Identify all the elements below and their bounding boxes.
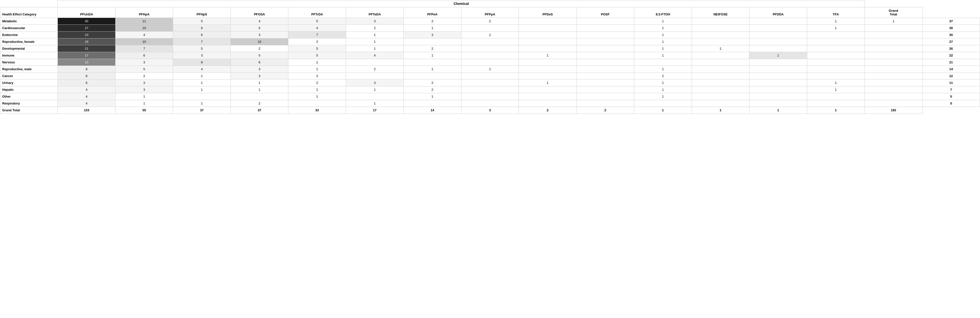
cell-8-11 (692, 73, 749, 80)
cell-6-13 (807, 59, 864, 66)
data-row: Nervous13386121 (0, 59, 980, 66)
cell-4-14 (865, 45, 922, 52)
data-row: Urinary631123211111 (0, 80, 980, 86)
cell-9-8: 1 (519, 80, 576, 86)
cell-9-5: 3 (346, 80, 403, 86)
cell-grandtotal-5: 17 (346, 107, 403, 114)
cell-2-2: 6 (173, 32, 231, 38)
cell-0-15: 37 (922, 18, 980, 25)
cell-12-5: 1 (346, 100, 403, 107)
cell-grandtotal-7: 3 (461, 107, 519, 114)
cell-11-11 (692, 93, 749, 100)
cell-12-9 (576, 100, 634, 107)
col-header-pfdes: PFDeS (519, 7, 576, 18)
cell-8-3: 3 (231, 73, 288, 80)
cell-4-6: 2 (404, 45, 461, 52)
cell-12-7 (461, 100, 519, 107)
cell-4-2: 5 (173, 45, 231, 52)
cell-1-5: 2 (346, 25, 403, 32)
cell-11-6: 1 (404, 93, 461, 100)
cell-0-2: 5 (173, 18, 231, 25)
cell-0-14: 1 (865, 18, 922, 25)
chemical-super-header: Chemical (58, 0, 865, 7)
cell-2-6: 3 (404, 32, 461, 38)
cell-6-4: 1 (288, 59, 346, 66)
cell-grandtotal-4: 33 (288, 107, 346, 114)
cell-11-2 (173, 93, 231, 100)
cell-2-15: 30 (922, 32, 980, 38)
cell-2-10: 1 (634, 32, 692, 38)
cell-4-8 (519, 45, 576, 52)
col-header-pftrda: PFTrDA (288, 7, 346, 18)
cell-5-15: 22 (922, 52, 980, 59)
main-container: Chemical Health Effect Category PFUnDAPF… (0, 0, 980, 114)
cell-0-1: 11 (115, 18, 173, 25)
cell-7-2: 4 (173, 66, 231, 73)
cell-12-3: 2 (231, 100, 288, 107)
cell-6-10 (634, 59, 692, 66)
cell-1-15: 30 (922, 25, 980, 32)
cell-6-11 (692, 59, 749, 66)
cell-6-14 (865, 59, 922, 66)
col-header-pfunda: PFUnDA (58, 7, 115, 18)
row-label-urinary: Urinary (0, 80, 58, 86)
cell-12-12 (749, 100, 807, 107)
cell-8-7 (461, 73, 519, 80)
cell-12-11 (692, 100, 749, 107)
cell-6-0: 13 (58, 59, 115, 66)
cell-9-9 (576, 80, 634, 86)
cell-5-5: 4 (346, 52, 403, 59)
cell-grandtotal-3: 37 (231, 107, 288, 114)
cell-6-8 (519, 59, 576, 66)
col-header-pfppa: PFPpA (461, 7, 519, 18)
cell-5-8: 1 (519, 52, 576, 59)
cell-4-3: 2 (231, 45, 288, 52)
cell-0-12 (749, 18, 807, 25)
row-label-grandtotal: Grand Total (0, 107, 58, 114)
cell-7-14 (865, 66, 922, 73)
cell-7-0: 8 (58, 66, 115, 73)
cell-5-4: 5 (288, 52, 346, 59)
cell-11-0: 4 (58, 93, 115, 100)
cell-4-9 (576, 45, 634, 52)
cell-9-0: 6 (58, 80, 115, 86)
cell-8-12 (749, 73, 807, 80)
data-row: Developmental217525121126 (0, 45, 980, 52)
cell-5-10: 1 (634, 52, 692, 59)
cell-11-12 (749, 93, 807, 100)
cell-4-10: 1 (634, 45, 692, 52)
cell-0-4: 5 (288, 18, 346, 25)
cell-7-4: 1 (288, 66, 346, 73)
cell-12-10 (634, 100, 692, 107)
cell-6-7 (461, 59, 519, 66)
cell-3-13 (807, 38, 864, 45)
cell-7-8 (519, 66, 576, 73)
cell-10-5: 1 (346, 86, 403, 93)
heatmap-table: Chemical Health Effect Category PFUnDAPF… (0, 0, 980, 114)
cell-5-13 (807, 52, 864, 59)
cell-12-15: 5 (922, 100, 980, 107)
corner-header (0, 0, 58, 7)
cell-2-9 (576, 32, 634, 38)
cell-8-1: 2 (115, 73, 173, 80)
cell-12-6 (404, 100, 461, 107)
row-label-developmental: Developmental (0, 45, 58, 52)
cell-7-9 (576, 66, 634, 73)
cell-3-1: 10 (115, 38, 173, 45)
cell-6-2: 8 (173, 59, 231, 66)
row-label-metabolic: Metabolic (0, 18, 58, 25)
cell-2-4: 7 (288, 32, 346, 38)
cell-2-5: 1 (346, 32, 403, 38)
cell-12-2: 1 (173, 100, 231, 107)
data-row: Metabolic301154532211137 (0, 18, 980, 25)
cell-0-0: 30 (58, 18, 115, 25)
cell-0-6: 2 (404, 18, 461, 25)
cell-9-13: 1 (807, 80, 864, 86)
cell-6-12 (749, 59, 807, 66)
cell-7-7: 1 (461, 66, 519, 73)
cell-9-4: 2 (288, 80, 346, 86)
cell-4-0: 21 (58, 45, 115, 52)
cell-3-15: 27 (922, 38, 980, 45)
cell-10-3: 1 (231, 86, 288, 93)
cell-5-14 (865, 52, 922, 59)
